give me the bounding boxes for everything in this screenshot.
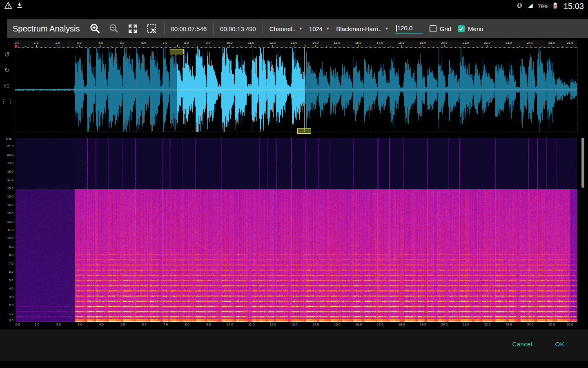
deselect-region-icon[interactable]	[145, 22, 158, 35]
download-icon	[16, 2, 23, 10]
spectrogram-time-axis: 0.01.02.03.04.05.06.07.08.09.010.011.012…	[16, 322, 577, 328]
selection-start-time: 00:00:07:546	[171, 25, 207, 32]
scrollbar-thumb[interactable]	[581, 138, 584, 188]
expand-selection-icon[interactable]	[127, 22, 139, 35]
checkbox-unchecked	[430, 25, 437, 32]
divider	[263, 22, 263, 35]
menu-checkbox[interactable]: Menu	[458, 25, 483, 32]
toolbar: Spectrum Analysis 00:00:07:546 00:00:13:…	[7, 19, 588, 38]
channel-dropdown[interactable]: Channel.. ▼	[270, 25, 303, 32]
page-title: Spectrum Analysis	[13, 24, 80, 34]
time-ruler: 0.01.02.03.04.05.06.07.08.09.010.011.012…	[15, 40, 577, 47]
db-range-input[interactable]: 120.0	[395, 24, 423, 34]
zoom-in-button[interactable]	[89, 22, 101, 35]
selection-start-line[interactable]	[177, 48, 177, 132]
selection-end-line[interactable]	[304, 48, 305, 132]
chevron-down-icon: ▼	[385, 27, 389, 31]
chevron-down-icon: ▼	[299, 27, 303, 31]
spectrogram-panel[interactable]	[16, 138, 577, 322]
footer-bar: Cancel OK	[0, 329, 588, 361]
window-function-dropdown[interactable]: Blackman-Harri.. ▼	[336, 25, 389, 32]
waveform-canvas[interactable]	[15, 48, 577, 132]
text-cursor	[396, 25, 397, 31]
warning-icon	[4, 2, 12, 11]
zoom-out-button[interactable]	[108, 22, 120, 35]
battery-percent: 79%	[538, 3, 548, 9]
frequency-unit-label: kHz	[6, 137, 11, 141]
selection-end-handle[interactable]	[297, 128, 311, 134]
chevron-down-icon: ▼	[326, 27, 330, 31]
spectrum-analysis-screen: 79% 15:03 Spectrum Analysis 00:00:07:546…	[0, 0, 588, 368]
battery-alert-icon	[552, 2, 558, 11]
checkbox-checked	[458, 25, 465, 32]
edge-toolbar: ↺ ↻ 52 ⋮⋮	[1, 52, 13, 105]
selection-end-time: 00:00:13:490	[220, 25, 256, 32]
divider	[213, 22, 214, 35]
ok-button[interactable]: OK	[553, 339, 567, 349]
grid-checkbox[interactable]: Grid	[430, 25, 451, 32]
clock: 15:03	[564, 2, 584, 11]
grip-icon: ⋮⋮	[0, 98, 13, 105]
zoom-level-text: 52	[4, 83, 10, 89]
vibrate-icon	[516, 2, 523, 10]
divider	[164, 22, 165, 35]
status-bar: 79% 15:03	[0, 0, 588, 12]
fft-size-dropdown[interactable]: 1024 ▼	[309, 25, 330, 32]
spectrogram-canvas[interactable]	[16, 138, 577, 322]
waveform-panel[interactable]	[15, 47, 577, 132]
redo-icon: ↻	[4, 67, 9, 74]
selection-start-handle[interactable]	[170, 49, 184, 54]
signal-icon	[527, 2, 534, 10]
frequency-axis: kHz 21.020.019.018.017.016.015.014.013.0…	[0, 138, 15, 322]
undo-icon: ↺	[4, 52, 9, 58]
cancel-button[interactable]: Cancel	[510, 339, 535, 349]
